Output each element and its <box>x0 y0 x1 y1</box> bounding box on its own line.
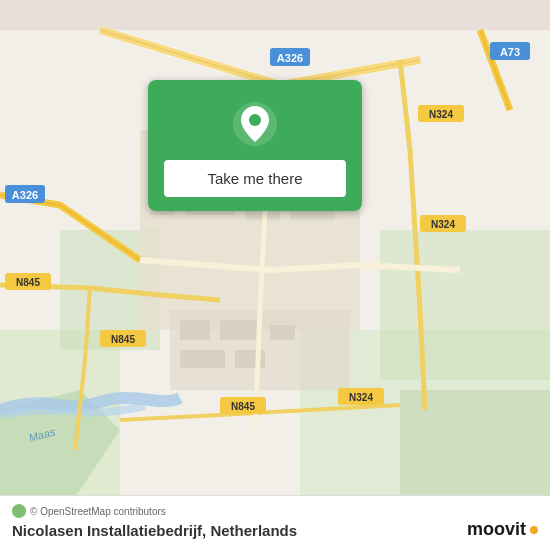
svg-rect-19 <box>220 320 260 340</box>
svg-rect-21 <box>180 350 225 368</box>
bottom-bar: © OpenStreetMap contributors Nicolasen I… <box>0 495 550 550</box>
osm-logo-icon <box>12 504 26 518</box>
moovit-brand-text: moovit <box>467 519 526 540</box>
place-name: Nicolasen Installatiebedrijf, Netherland… <box>12 522 297 539</box>
svg-rect-20 <box>270 325 295 340</box>
take-me-there-button[interactable]: Take me there <box>164 160 346 197</box>
svg-text:N324: N324 <box>349 392 373 403</box>
svg-text:N324: N324 <box>431 219 455 230</box>
svg-text:A326: A326 <box>277 52 303 64</box>
svg-rect-18 <box>180 320 210 340</box>
svg-text:N845: N845 <box>111 334 135 345</box>
svg-point-45 <box>249 114 261 126</box>
svg-rect-23 <box>380 230 550 380</box>
attribution-row: © OpenStreetMap contributors <box>12 504 538 518</box>
location-card: Take me there <box>148 80 362 211</box>
attribution-text: © OpenStreetMap contributors <box>30 506 166 517</box>
map-container: A326 A326 A73 N324 N324 N324 N845 N845 N… <box>0 0 550 550</box>
svg-text:N845: N845 <box>16 277 40 288</box>
svg-text:A73: A73 <box>500 46 520 58</box>
svg-text:N845: N845 <box>231 401 255 412</box>
svg-text:A326: A326 <box>12 189 38 201</box>
moovit-logo: moovit <box>467 519 538 540</box>
location-pin-icon <box>231 100 279 148</box>
svg-text:N324: N324 <box>429 109 453 120</box>
moovit-dot-icon <box>530 526 538 534</box>
